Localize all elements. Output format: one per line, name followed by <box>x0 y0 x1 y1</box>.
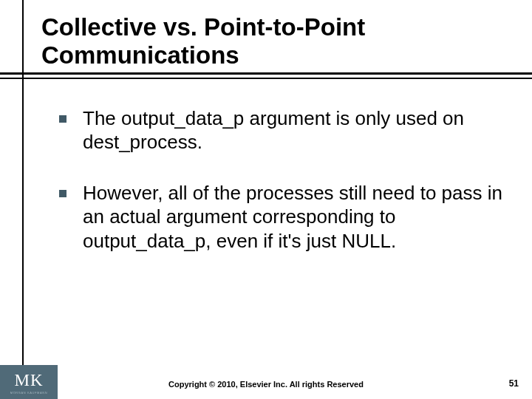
page-number: 51 <box>509 378 519 389</box>
slide: Collective vs. Point-to-Point Communicat… <box>0 0 532 399</box>
slide-title: Collective vs. Point-to-Point Communicat… <box>41 13 502 69</box>
horizontal-rule-thin <box>0 78 532 79</box>
list-item: However, all of the processes still need… <box>59 181 502 253</box>
bullet-text: The output_data_p argument is only used … <box>83 106 502 154</box>
content-area: The output_data_p argument is only used … <box>37 106 502 253</box>
logo-subtitle: MORGAN KAUFMANN <box>10 391 48 395</box>
vertical-rule <box>22 0 24 399</box>
horizontal-rule-thick <box>0 72 532 75</box>
bullet-icon <box>59 190 66 197</box>
bullet-icon <box>59 115 66 123</box>
bullet-text: However, all of the processes still need… <box>83 181 502 253</box>
list-item: The output_data_p argument is only used … <box>59 106 502 154</box>
logo-main: MK <box>14 372 43 389</box>
copyright-footer: Copyright © 2010, Elsevier Inc. All righ… <box>0 380 532 389</box>
publisher-logo: MK MORGAN KAUFMANN <box>0 365 58 399</box>
